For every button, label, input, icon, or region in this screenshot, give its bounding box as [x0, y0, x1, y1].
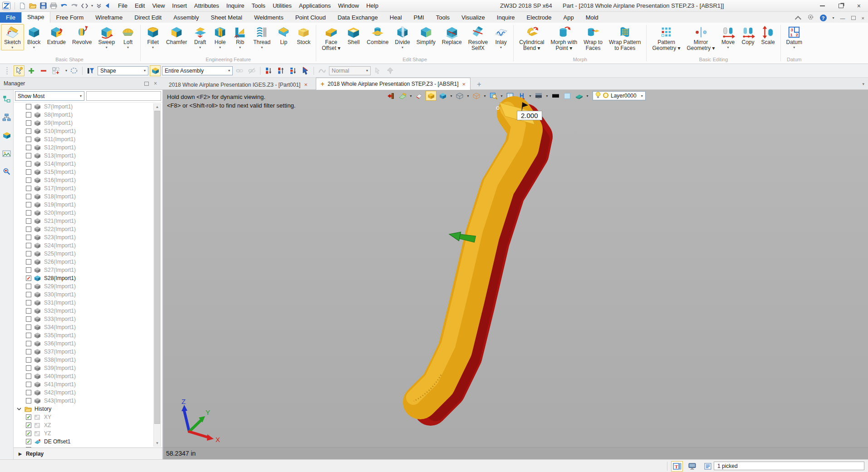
- tree-item-s42-import1[interactable]: S42(Import1): [14, 388, 162, 397]
- doc-restore-icon[interactable]: [851, 16, 856, 20]
- checkbox[interactable]: [26, 194, 31, 199]
- checkbox[interactable]: [26, 186, 31, 191]
- checkbox[interactable]: [26, 357, 31, 363]
- tree-item-s28-import1[interactable]: ✓S28(Import1): [14, 274, 162, 282]
- tab-close-icon[interactable]: ×: [304, 81, 308, 88]
- menu-edit[interactable]: Edit: [131, 1, 148, 10]
- viewport-canvas[interactable]: Hold down <F2> for dynamic viewing. <F8>…: [163, 90, 868, 459]
- new-file-icon[interactable]: [19, 2, 26, 10]
- part-3d-model[interactable]: Z Y X: [163, 90, 868, 447]
- ribbon-button-wrap-pattern-to-faces[interactable]: Wrap Pattern to Faces: [606, 24, 644, 52]
- tree-item-s34-import1[interactable]: S34(Import1): [14, 323, 162, 331]
- ribbon-button-cylindrical-bend[interactable]: Cylindrical Bend ▾: [516, 24, 547, 52]
- checkbox[interactable]: [26, 243, 31, 248]
- checkbox[interactable]: [26, 390, 31, 395]
- menu-attributes[interactable]: Attributes: [191, 1, 223, 10]
- tree-item-s18-import1[interactable]: S18(Import1): [14, 192, 162, 201]
- sort-third-icon[interactable]: [288, 65, 299, 76]
- settings-gear-icon[interactable]: [807, 14, 814, 22]
- ribbon-tab-sheet-metal[interactable]: Sheet Metal: [205, 12, 248, 23]
- tree-item-s23-import1[interactable]: S23(Import1): [14, 233, 162, 241]
- scrollbar-thumb[interactable]: [154, 111, 160, 424]
- ribbon-button-sketch[interactable]: Sketch▾: [1, 24, 24, 50]
- tree-item-s36-import1[interactable]: S36(Import1): [14, 339, 162, 348]
- tree-item-s15-import1[interactable]: S15(Import1): [14, 168, 162, 176]
- snap-mode-combo[interactable]: Normal▾: [329, 66, 371, 75]
- tree-item-s7-import1[interactable]: S7(Import1): [14, 103, 162, 111]
- ribbon-button-morph-with-point[interactable]: Morph with Point ▾: [547, 24, 580, 52]
- tab-list-icon[interactable]: ▾: [862, 82, 864, 86]
- help-dropdown-icon[interactable]: ▾: [833, 16, 834, 20]
- ribbon-button-move[interactable]: Move▾: [718, 24, 738, 50]
- tree-item-s22-import1[interactable]: S22(Import1): [14, 225, 162, 233]
- display-monitor-icon[interactable]: [687, 461, 698, 472]
- ribbon-tab-shape[interactable]: Shape: [21, 11, 50, 23]
- checkbox[interactable]: [26, 300, 31, 305]
- ribbon-tab-free-form[interactable]: Free Form: [50, 12, 90, 23]
- find-icon[interactable]: [1, 166, 12, 177]
- ribbon-button-chamfer[interactable]: Chamfer: [163, 24, 190, 50]
- pick-cursor-icon[interactable]: [14, 65, 25, 76]
- open-file-icon[interactable]: [29, 2, 37, 9]
- ribbon-button-extrude[interactable]: Extrude: [44, 24, 69, 50]
- replay-section[interactable]: ▶ Replay: [14, 447, 162, 459]
- tree-item-s19-import1[interactable]: S19(Import1): [14, 201, 162, 209]
- ribbon-tab-pmi[interactable]: PMI: [408, 12, 430, 23]
- ribbon-tab-tools[interactable]: Tools: [430, 12, 456, 23]
- pick-scope-icon[interactable]: [150, 65, 161, 76]
- expander-icon[interactable]: [17, 407, 22, 411]
- snap-curve-icon[interactable]: [317, 65, 328, 76]
- new-tab-button[interactable]: +: [477, 80, 481, 90]
- checkbox[interactable]: [26, 145, 31, 150]
- ribbon-tab-direct-edit[interactable]: Direct Edit: [128, 12, 167, 23]
- tree-item-s8-import1[interactable]: S8(Import1): [14, 111, 162, 119]
- ribbon-button-combine[interactable]: Combine: [363, 24, 392, 50]
- doc-minimize-icon[interactable]: —: [840, 15, 845, 21]
- help-icon[interactable]: ?: [820, 15, 827, 21]
- print-icon[interactable]: [50, 3, 57, 9]
- menu-applications[interactable]: Applications: [295, 1, 334, 10]
- ribbon-button-wrap-to-faces[interactable]: Wrap to Faces: [580, 24, 606, 52]
- tree-item-s24-import1[interactable]: S24(Import1): [14, 241, 162, 250]
- checkbox[interactable]: ✓: [26, 423, 31, 428]
- entity-filter-combo[interactable]: Shape▾: [98, 66, 148, 75]
- ribbon-tab-data-exchange[interactable]: Data Exchange: [332, 12, 384, 23]
- ribbon-tab-mold[interactable]: Mold: [580, 12, 604, 23]
- pin-pick-icon[interactable]: [384, 65, 395, 76]
- ribbon-tab-assembly[interactable]: Assembly: [167, 12, 205, 23]
- lasso-pick-icon[interactable]: [69, 65, 79, 76]
- tree-item-s17-import1[interactable]: S17(Import1): [14, 184, 162, 192]
- checkbox[interactable]: [26, 316, 31, 322]
- tree-folder-history[interactable]: History: [14, 405, 162, 413]
- ribbon-tab-file[interactable]: File: [0, 12, 21, 23]
- tree-item-s27-import1[interactable]: S27(Import1): [14, 266, 162, 274]
- menu-view[interactable]: View: [148, 1, 168, 10]
- checkbox[interactable]: [26, 292, 31, 297]
- tree-filter-combo[interactable]: Show Most ▾: [15, 91, 84, 101]
- link-pick-icon[interactable]: [234, 65, 245, 76]
- input-options-icon[interactable]: T: [671, 461, 683, 472]
- tree-item-s39-import1[interactable]: S39(Import1): [14, 364, 162, 372]
- checkbox[interactable]: [26, 333, 31, 338]
- ribbon-tab-electrode[interactable]: Electrode: [521, 12, 558, 23]
- ribbon-button-mirror-geometry[interactable]: Mirror Geometry ▾: [684, 24, 718, 52]
- menu-file[interactable]: File: [114, 1, 131, 10]
- menu-help[interactable]: Help: [363, 1, 382, 10]
- checkbox[interactable]: [26, 398, 31, 403]
- menu-inquire[interactable]: Inquire: [223, 1, 248, 10]
- checkbox[interactable]: [26, 365, 31, 371]
- tree-search-input[interactable]: [86, 91, 161, 101]
- checkbox[interactable]: ✓: [26, 275, 31, 281]
- checkbox[interactable]: [26, 112, 31, 118]
- document-tab-1[interactable]: 2018 Whole Airplane Presentation IGES.Z3…: [164, 79, 312, 90]
- collapse-ribbon-icon[interactable]: [794, 16, 801, 22]
- restore-button[interactable]: [839, 4, 843, 8]
- checkbox[interactable]: [26, 120, 31, 126]
- tree-item-yz[interactable]: ✓YZ: [14, 429, 162, 438]
- ribbon-button-loft[interactable]: Loft▾: [118, 24, 138, 50]
- ribbon-tab-weldments[interactable]: Weldments: [248, 12, 289, 23]
- view-navigate-icon[interactable]: [81, 3, 88, 9]
- checkbox[interactable]: [26, 259, 31, 265]
- ribbon-button-pattern-geometry[interactable]: Pattern Geometry ▾: [649, 24, 683, 52]
- tab-expand-icon[interactable]: +: [321, 80, 324, 88]
